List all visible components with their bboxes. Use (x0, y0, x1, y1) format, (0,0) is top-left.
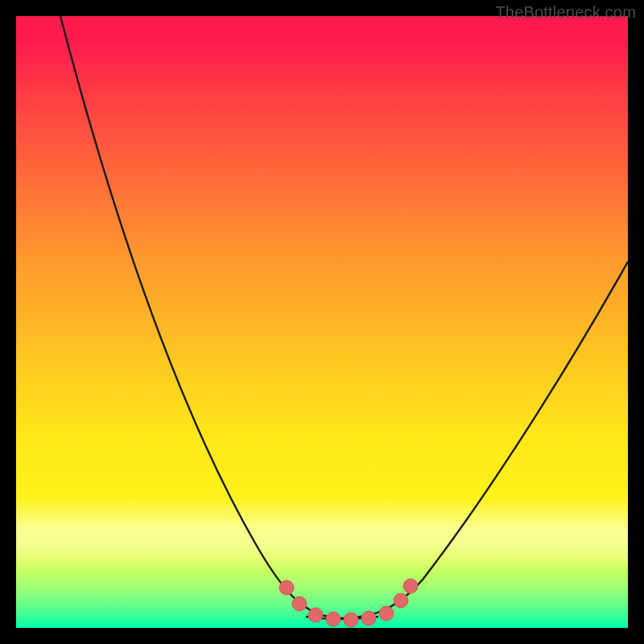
marker-group (279, 579, 418, 627)
bottleneck-curve-svg (16, 16, 628, 628)
marker-dot (403, 579, 418, 593)
marker-dot (292, 597, 307, 611)
marker-dot (379, 606, 394, 621)
marker-dot (308, 608, 323, 622)
marker-dot (279, 580, 294, 595)
marker-dot (394, 593, 408, 608)
marker-dot (361, 611, 376, 625)
chart-frame (16, 16, 628, 628)
bottleneck-curve (60, 16, 628, 618)
watermark-text: TheBottleneck.com (495, 3, 636, 22)
marker-dot (326, 612, 341, 626)
marker-dot (344, 613, 358, 627)
